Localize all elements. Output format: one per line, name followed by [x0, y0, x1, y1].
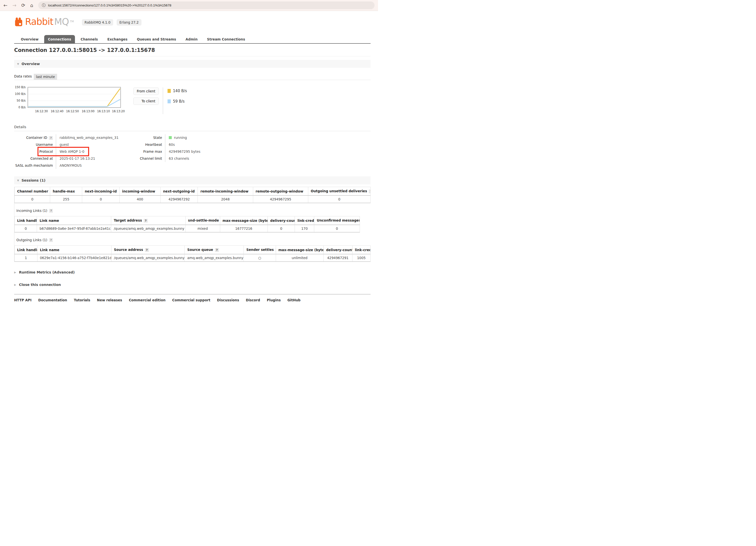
- rabbitmq-logo[interactable]: RabbitMQ TM: [14, 16, 74, 27]
- column-header: max-message-size (bytes): [276, 246, 323, 254]
- overview-section-title: Overview: [22, 62, 40, 66]
- footer-link-github[interactable]: GitHub: [287, 298, 301, 302]
- detail-row-protocol: Protocol Web AMQP 1-0: [14, 148, 130, 155]
- x-tick: 16:12:30: [35, 109, 48, 113]
- x-tick: 16:12:50: [66, 109, 79, 113]
- column-header: link-credit: [352, 246, 370, 254]
- tab-queues-and-streams[interactable]: Queues and Streams: [133, 35, 180, 43]
- sessions-header-row: Channel number handle-max next-incoming-…: [15, 187, 371, 196]
- sessions-section-title: Sessions (1): [22, 178, 45, 182]
- detail-label: Channel limit: [130, 156, 165, 160]
- tab-exchanges[interactable]: Exchanges: [103, 35, 131, 43]
- channel-number-cell: 0: [15, 195, 50, 203]
- logo-text-rabbit: Rabbit: [25, 16, 53, 27]
- home-icon[interactable]: ⌂: [30, 3, 33, 8]
- forward-icon[interactable]: →: [12, 3, 16, 8]
- to-client-color-swatch: [168, 99, 171, 103]
- column-header: Link handle: [15, 216, 37, 225]
- sasl-auth-value: ANONYMOUS: [56, 162, 130, 169]
- reload-icon[interactable]: ⟳: [21, 3, 25, 8]
- page-title: Connection 127.0.0.1:58015 -> 127.0.0.1:…: [14, 47, 371, 56]
- footer-link-discussions[interactable]: Discussions: [217, 298, 239, 302]
- help-icon[interactable]: ?: [144, 219, 148, 222]
- column-header: Channel number: [15, 187, 50, 196]
- footer-link-plugins[interactable]: Plugins: [267, 298, 281, 302]
- outgoing-link-row: 1 0629e7a1-4156-b146-a752-f7b40e1e821d /…: [15, 254, 371, 261]
- y-tick: 100 B/s: [15, 92, 26, 96]
- x-tick: 16:13:00: [82, 109, 95, 113]
- legend-value-to-client: 59 B/s: [168, 99, 187, 104]
- footer-link-discord[interactable]: Discord: [246, 298, 260, 302]
- incoming-window-cell: 400: [120, 195, 161, 203]
- column-header: Link name: [37, 216, 111, 225]
- detail-label: Frame max: [130, 149, 165, 153]
- detail-label: SASL auth mechanism: [14, 163, 56, 167]
- tab-stream-connections[interactable]: Stream Connections: [203, 35, 249, 43]
- column-header: Outgoing unsettled deliveries?: [308, 187, 371, 196]
- incoming-link-row: 0 b67d8689-0a6e-3e47-95df-87abb1e2a41c /…: [15, 225, 360, 232]
- details-section: Container ID? rabbitmq_web_amqp_examples…: [14, 134, 371, 169]
- tab-overview[interactable]: Overview: [17, 35, 42, 43]
- column-header: Source address?: [111, 246, 185, 254]
- chevron-down-icon: ▼: [17, 179, 19, 182]
- footer-link-commercial-edition[interactable]: Commercial edition: [129, 298, 166, 302]
- overview-section-header[interactable]: ▼ Overview: [14, 60, 371, 68]
- column-header: Unconfirmed messages?: [314, 216, 360, 225]
- detail-row-sasl-auth: SASL auth mechanism ANONYMOUS: [14, 162, 130, 169]
- footer-link-http-api[interactable]: HTTP API: [14, 298, 32, 302]
- detail-row-state: State running: [130, 134, 289, 141]
- detail-row-connected-at: Connected at 2025-01-17 16:13:21: [14, 155, 130, 162]
- detail-row-channel-limit: Channel limit 63 channels: [130, 155, 289, 162]
- tab-admin[interactable]: Admin: [182, 35, 201, 43]
- link-name-cell: 0629e7a1-4156-b146-a752-f7b40e1e821d: [37, 254, 111, 261]
- from-client-color-swatch: [168, 89, 171, 93]
- delivery-count-cell: 0: [268, 225, 295, 232]
- footer-link-tutorials[interactable]: Tutorials: [74, 298, 90, 302]
- unconfirmed-messages-cell: 0: [314, 225, 360, 232]
- sessions-section-header[interactable]: ▼ Sessions (1): [14, 176, 371, 184]
- legend-button-to-client[interactable]: To client: [133, 97, 159, 105]
- chevron-right-icon: ▶: [14, 283, 16, 287]
- help-icon[interactable]: ?: [49, 136, 53, 140]
- back-icon[interactable]: ←: [3, 3, 7, 8]
- chart-line-from-client: [29, 89, 120, 107]
- link-handle-cell: 1: [15, 254, 37, 261]
- column-header: Sender settles?: [244, 246, 276, 254]
- tab-connections[interactable]: Connections: [44, 35, 75, 43]
- rabbitmq-logo-icon: [14, 17, 24, 27]
- site-info-icon[interactable]: ⓘ: [42, 3, 46, 8]
- link-handle-cell: 0: [15, 225, 37, 232]
- chevron-right-icon: ▶: [14, 271, 16, 274]
- help-icon[interactable]: ?: [215, 248, 219, 252]
- detail-label: Connected at: [14, 156, 56, 160]
- sender-settles-cell: ○: [244, 254, 276, 261]
- footer-link-documentation[interactable]: Documentation: [38, 298, 67, 302]
- rate-mode-badge[interactable]: last minute: [34, 74, 57, 80]
- column-header: Target address?: [111, 216, 185, 225]
- close-connection-section-header[interactable]: ▶ Close this connection: [14, 283, 371, 287]
- footer-links: HTTP API Documentation Tutorials New rel…: [14, 294, 371, 310]
- help-icon[interactable]: ?: [49, 209, 53, 213]
- column-header: Link name: [37, 246, 111, 254]
- legend-button-from-client[interactable]: From client: [133, 87, 159, 95]
- chart-legend: From client To client 140 B/s 59 B/s: [133, 87, 187, 114]
- column-header: delivery-count: [323, 246, 352, 254]
- detail-label: Container ID: [26, 136, 47, 140]
- footer-link-commercial-support[interactable]: Commercial support: [172, 298, 210, 302]
- chart-x-axis: 16:12:30 16:12:40 16:12:50 16:13:00 16:1…: [28, 109, 121, 114]
- runtime-metrics-section-header[interactable]: ▶ Runtime Metrics (Advanced): [14, 270, 371, 274]
- address-bar[interactable]: ⓘ localhost:15672/#/connections/127.0.0.…: [38, 1, 375, 9]
- help-icon[interactable]: ?: [145, 248, 149, 252]
- protocol-value: Web AMQP 1-0: [56, 148, 130, 155]
- from-client-rate: 140 B/s: [173, 89, 187, 93]
- tab-channels[interactable]: Channels: [77, 35, 102, 43]
- detail-label: State: [130, 136, 165, 140]
- help-icon[interactable]: ?: [49, 238, 53, 242]
- help-icon[interactable]: ?: [369, 189, 370, 193]
- remote-incoming-window-cell: 2048: [198, 195, 253, 203]
- main-nav-tabs: Overview Connections Channels Exchanges …: [14, 35, 371, 44]
- next-outgoing-id-cell: 4294967292: [160, 195, 198, 203]
- footer-link-new-releases[interactable]: New releases: [97, 298, 122, 302]
- rabbitmq-version-badge: RabbitMQ 4.1.0: [82, 19, 113, 26]
- detail-row-frame-max: Frame max 4294967295 bytes: [130, 148, 289, 155]
